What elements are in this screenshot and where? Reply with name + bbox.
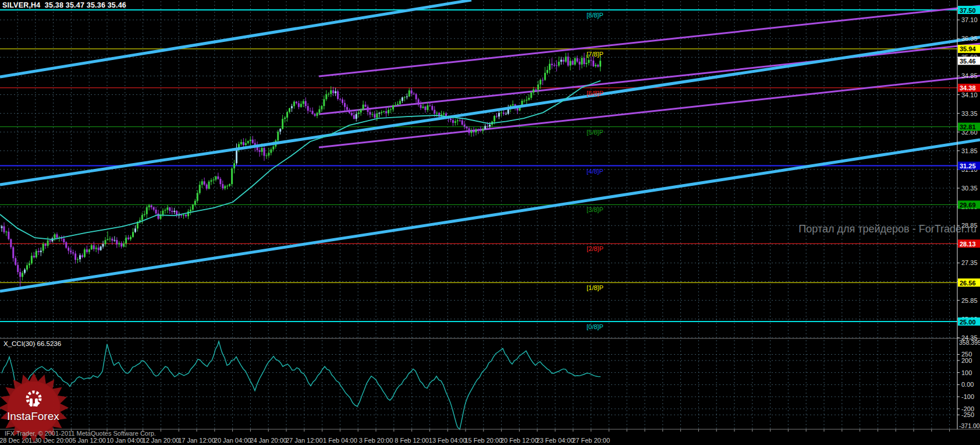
cci-tick-label: -250 xyxy=(961,411,974,418)
murrey-badge-label: 35.94 xyxy=(960,45,976,52)
cyan-trendlines[interactable] xyxy=(0,0,980,291)
price-tick-label: 27.35 xyxy=(961,259,978,266)
time-tick-label: 17 Jan 12:00 xyxy=(178,437,215,444)
cci-axis[interactable]: 358.395-371.0022502001000.00-100-200-250 xyxy=(957,339,980,429)
cci-tick-label: 100 xyxy=(961,369,972,376)
current-price-label: 35.46 xyxy=(960,58,976,65)
price-tick-label: 37.10 xyxy=(961,16,978,23)
cci-scale-top: 358.395 xyxy=(959,339,980,346)
murrey-badge-label: 25.00 xyxy=(960,319,976,326)
murrey-line-label: [7/8]P xyxy=(587,51,603,58)
time-tick-label: 3 Feb 20:00 xyxy=(359,437,393,444)
time-tick-label: 28 Dec 2011 xyxy=(0,437,35,444)
grid-lines xyxy=(0,1,957,429)
murrey-badge-label: 32.81 xyxy=(960,123,976,130)
time-tick-label: 12 Jan 20:00 xyxy=(143,437,180,444)
murrey-badge-label: 34.38 xyxy=(960,84,976,91)
murrey-line-label: [2/8]P xyxy=(587,245,603,252)
murrey-line-label: [0/8]P xyxy=(587,323,603,330)
mt4-terminal-window: { "window": {"width": 1684, "height": 76… xyxy=(0,0,980,445)
cci-tick-label: -100 xyxy=(961,393,974,400)
price-tick-label: 25.85 xyxy=(961,297,978,304)
murrey-line-label: [1/8]P xyxy=(587,284,603,291)
price-tick-label: 28.85 xyxy=(961,222,978,229)
time-tick-label: 20 Jan 04:00 xyxy=(214,437,251,444)
price-tick-label: 31.85 xyxy=(961,147,978,154)
time-tick-label: 15 Feb 20:00 xyxy=(464,437,502,444)
time-tick-label: 1 Feb 04:00 xyxy=(323,437,357,444)
time-tick-label: 27 Jan 12:00 xyxy=(286,437,323,444)
time-tick-label: 20 Feb 12:00 xyxy=(500,437,538,444)
cci-tick-label: 200 xyxy=(961,357,972,364)
time-tick-label: 27 Feb 20:00 xyxy=(572,437,610,444)
time-axis[interactable]: 28 Dec 201130 Dec 20:005 Jan 12:0010 Jan… xyxy=(0,429,950,444)
time-tick-label: 23 Feb 04:00 xyxy=(537,437,574,444)
price-tick-label: 36.35 xyxy=(961,35,978,42)
murrey-line-label: [5/8]P xyxy=(587,129,603,136)
price-chart-canvas[interactable]: 37.1036.3535.6034.8534.1033.3532.6031.85… xyxy=(0,0,980,445)
time-tick-label: 5 Jan 12:00 xyxy=(72,437,106,444)
murrey-badge-label: 26.56 xyxy=(960,280,976,287)
cci-tick-label: 0.00 xyxy=(961,381,974,388)
time-tick-label: 10 Jan 04:00 xyxy=(106,437,144,444)
cci-scale-bottom: -371.002 xyxy=(959,422,980,429)
time-tick-label: 8 Feb 12:00 xyxy=(395,437,429,444)
murrey-badge-label: 29.69 xyxy=(960,202,976,209)
time-tick-label: 24 Jan 20:00 xyxy=(250,437,287,444)
murrey-badge-label: 31.25 xyxy=(960,163,976,169)
price-tick-label: 30.35 xyxy=(961,185,978,192)
purple-trendlines[interactable] xyxy=(319,6,980,147)
time-tick-label: 30 Dec 20:00 xyxy=(34,437,72,444)
murrey-line-label: [6/8]P xyxy=(587,90,603,97)
murrey-line-label: [3/8]P xyxy=(587,206,603,213)
price-tick-label: 34.10 xyxy=(961,91,978,98)
murrey-badge-label: 37.50 xyxy=(960,7,976,14)
murrey-line-label: [4/8]P xyxy=(587,168,603,175)
price-axis[interactable]: 37.1036.3535.6034.8534.1033.3532.6031.85… xyxy=(957,6,980,341)
time-tick-label: 13 Feb 04:00 xyxy=(429,437,467,444)
price-tick-label: 34.85 xyxy=(961,72,978,79)
price-tick-label: 33.35 xyxy=(961,110,978,117)
murrey-badge-label: 28.13 xyxy=(960,241,976,248)
murrey-line-label: [8/8]P xyxy=(587,12,603,19)
